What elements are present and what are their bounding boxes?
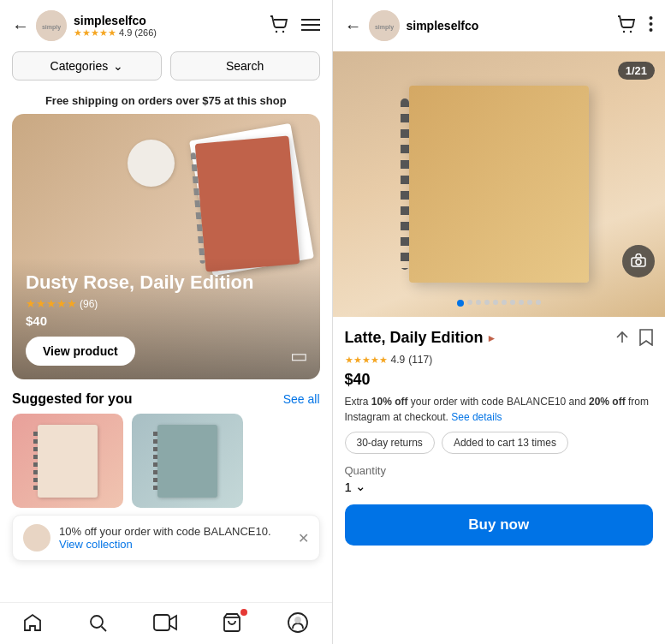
svg-point-2 [275, 30, 276, 32]
dot-2[interactable] [467, 300, 472, 305]
svg-point-17 [650, 16, 653, 20]
product-image-area: 1/21 [333, 51, 666, 317]
hero-title: Dusty Rose, Daily Edition [26, 271, 306, 294]
product-title-row: Latte, Daily Edition ► [345, 329, 654, 350]
nav-search-icon[interactable] [87, 612, 108, 638]
discount-20: 20% off [589, 396, 626, 408]
free-shipping-banner: Free shipping on orders over $75 at this… [0, 89, 332, 114]
tag-added-times: Added to cart 13 times [442, 432, 568, 454]
nav-profile-icon[interactable] [287, 611, 309, 639]
dot-9[interactable] [527, 300, 532, 305]
dot-8[interactable] [519, 300, 524, 305]
right-cart-icon[interactable] [616, 15, 637, 38]
hero-card[interactable]: Dusty Rose, Daily Edition ★★★★★ (96) $40… [12, 114, 320, 379]
svg-point-18 [650, 22, 653, 26]
product-price: $40 [345, 371, 654, 389]
right-shop-name: simpleselfco [407, 19, 610, 33]
categories-button[interactable]: Categories ⌄ [12, 51, 162, 80]
hero-price: $40 [26, 313, 306, 328]
svg-point-19 [650, 28, 653, 32]
back-button[interactable]: ← [12, 16, 29, 36]
dot-indicators [333, 300, 666, 307]
buy-now-button[interactable]: Buy now [345, 504, 654, 546]
right-more-icon[interactable] [649, 15, 653, 37]
product-title-text: Latte, Daily Edition [345, 329, 484, 347]
see-all-link[interactable]: See all [283, 392, 320, 406]
cart-icon[interactable] [269, 15, 289, 38]
bookmark-save-icon[interactable] [639, 329, 653, 350]
right-back-button[interactable]: ← [345, 16, 362, 36]
nav-video-icon[interactable] [153, 612, 177, 638]
dot-1[interactable] [457, 300, 464, 307]
nav-bag-icon[interactable] [222, 612, 242, 638]
svg-rect-9 [154, 615, 169, 630]
hero-star-icons: ★★★★★ [26, 297, 77, 310]
svg-text:simply: simply [374, 24, 393, 31]
hero-content: Dusty Rose, Daily Edition ★★★★★ (96) $40… [12, 258, 320, 379]
suggested-header: Suggested for you See all [0, 379, 332, 414]
svg-point-3 [282, 30, 283, 32]
svg-text:simply: simply [42, 24, 61, 31]
product-title-actions [614, 329, 653, 350]
product-notebook [409, 86, 589, 283]
categories-label: Categories [50, 59, 109, 73]
svg-point-21 [636, 259, 641, 265]
quantity-label: Quantity [345, 464, 654, 477]
hero-stars-row: ★★★★★ (96) [26, 297, 306, 310]
svg-line-8 [102, 627, 107, 632]
right-shop-avatar: simply [369, 10, 400, 41]
header-icons [269, 15, 320, 38]
left-header: ← simply simpleselfco ★★★★★ 4.9 (266) [0, 0, 332, 51]
dot-7[interactable] [510, 300, 515, 305]
product-title-chevron: ► [487, 332, 497, 344]
image-counter: 1/21 [618, 62, 655, 80]
filter-row: Categories ⌄ Search [0, 51, 332, 89]
quantity-chevron-icon: ⌄ [355, 479, 366, 494]
review-count: (266) [134, 27, 157, 38]
bookmark-icon[interactable]: ▭ [290, 345, 308, 367]
toast-text: 10% off your order with code BALANCE10. … [59, 525, 289, 551]
discount-10: 10% off [371, 396, 408, 408]
tag-returns: 30-day returns [345, 432, 435, 454]
left-panel: ← simply simpleselfco ★★★★★ 4.9 (266) Ca… [0, 0, 333, 644]
share-icon[interactable] [614, 329, 631, 350]
svg-point-15 [623, 30, 625, 32]
toast-notification: 10% off your order with code BALANCE10. … [12, 515, 320, 561]
toast-message: 10% off your order with code BALANCE10. [59, 525, 271, 538]
sugg-notebook-2 [157, 425, 217, 498]
dot-6[interactable] [502, 300, 507, 305]
sugg-notebook-1 [38, 425, 98, 498]
view-product-button[interactable]: View product [26, 337, 135, 366]
ar-icon[interactable] [622, 245, 655, 277]
star-icons: ★★★★★ [74, 27, 116, 39]
rating-value: 4.9 [119, 27, 132, 38]
svg-point-12 [295, 617, 300, 623]
toast-avatar [23, 524, 50, 552]
search-button[interactable]: Search [170, 51, 320, 80]
toast-close-button[interactable]: ✕ [298, 530, 309, 546]
dot-5[interactable] [493, 300, 498, 305]
search-label: Search [226, 59, 264, 73]
right-header: ← simply simpleselfco [333, 0, 666, 51]
dot-3[interactable] [476, 300, 481, 305]
chevron-down-icon: ⌄ [113, 59, 123, 73]
discount-text: Extra 10% off your order with code BALAN… [345, 394, 654, 425]
shop-name: simpleselfco [74, 14, 262, 27]
dot-4[interactable] [484, 300, 490, 305]
menu-icon[interactable] [301, 16, 320, 36]
suggested-item-1[interactable] [12, 414, 123, 508]
bottom-nav [0, 602, 332, 644]
quantity-value: 1 [345, 480, 352, 494]
rating-row: ★★★★★ 4.9 (266) [74, 27, 262, 39]
quantity-selector[interactable]: 1 ⌄ [345, 479, 654, 494]
tag-row: 30-day returns Added to cart 13 times [345, 432, 654, 454]
right-shop-info: simpleselfco [407, 19, 610, 33]
candle-decoration [128, 140, 175, 187]
toast-view-link[interactable]: View collection [59, 538, 133, 551]
dot-10[interactable] [536, 300, 541, 305]
nav-home-icon[interactable] [22, 612, 43, 638]
see-details-link[interactable]: See details [451, 411, 502, 423]
suggested-title: Suggested for you [12, 391, 132, 407]
shop-info: simpleselfco ★★★★★ 4.9 (266) [74, 14, 262, 39]
suggested-item-2[interactable] [132, 414, 243, 508]
